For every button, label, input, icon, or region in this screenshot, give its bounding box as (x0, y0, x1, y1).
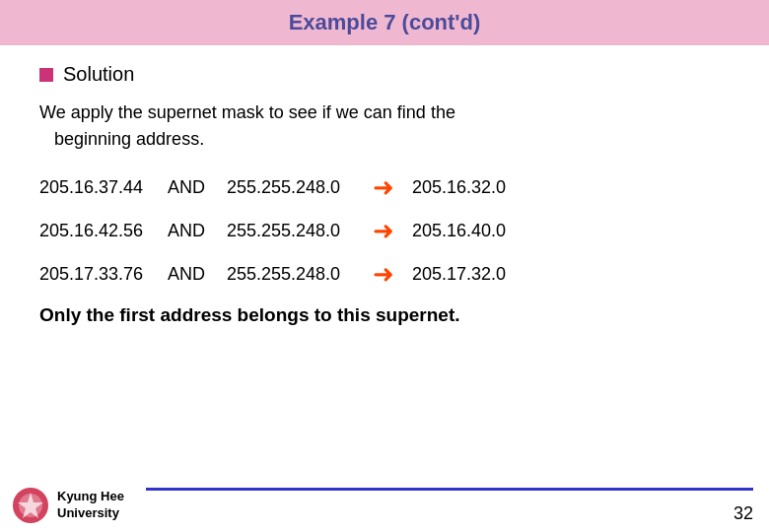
arrow-icon-3: ➜ (373, 261, 394, 287)
slide-title: Example 7 (cont'd) (289, 10, 481, 34)
university-line1: Kyung Hee (57, 489, 124, 503)
and-2: AND (168, 221, 217, 241)
calc-left-1: 205.16.37.44 AND 255.255.248.0 (39, 177, 355, 198)
desc-line1: We apply the supernet mask to see if we … (39, 102, 455, 122)
solution-label: Solution (63, 63, 134, 86)
bullet-icon (39, 68, 53, 82)
result-2: 205.16.40.0 (412, 221, 530, 241)
page-number: 32 (734, 503, 753, 524)
description: We apply the supernet mask to see if we … (39, 100, 730, 153)
table-row: 205.17.33.76 AND 255.255.248.0 ➜ 205.17.… (39, 261, 730, 287)
table-row: 205.16.37.44 AND 255.255.248.0 ➜ 205.16.… (39, 174, 730, 200)
arrow-icon-2: ➜ (373, 218, 394, 243)
arrow-icon-1: ➜ (373, 174, 394, 200)
footer-divider (146, 488, 753, 491)
result-1: 205.16.32.0 (412, 177, 530, 198)
solution-header: Solution (39, 63, 730, 86)
ip-2: 205.16.42.56 (39, 221, 158, 241)
title-bar: Example 7 (cont'd) (0, 0, 769, 45)
footer: Kyung Hee University 32 (0, 479, 769, 532)
desc-line2: beginning address. (54, 129, 204, 149)
summary-text: Only the first address belongs to this s… (39, 304, 730, 326)
result-3: 205.17.32.0 (412, 264, 530, 285)
table-row: 205.16.42.56 AND 255.255.248.0 ➜ 205.16.… (39, 218, 730, 243)
calc-left-2: 205.16.42.56 AND 255.255.248.0 (39, 221, 355, 241)
university-name: Kyung Hee University (57, 489, 124, 522)
university-logo (12, 487, 49, 524)
calculation-table: 205.16.37.44 AND 255.255.248.0 ➜ 205.16.… (39, 174, 730, 287)
mask-2: 255.255.248.0 (227, 221, 355, 241)
and-3: AND (168, 264, 217, 285)
calc-left-3: 205.17.33.76 AND 255.255.248.0 (39, 264, 355, 285)
and-1: AND (168, 177, 217, 198)
mask-3: 255.255.248.0 (227, 264, 355, 285)
university-line2: University (57, 505, 119, 520)
ip-1: 205.16.37.44 (39, 177, 158, 198)
logo-area: Kyung Hee University (12, 487, 124, 524)
mask-1: 255.255.248.0 (227, 177, 355, 198)
ip-3: 205.17.33.76 (39, 264, 158, 285)
